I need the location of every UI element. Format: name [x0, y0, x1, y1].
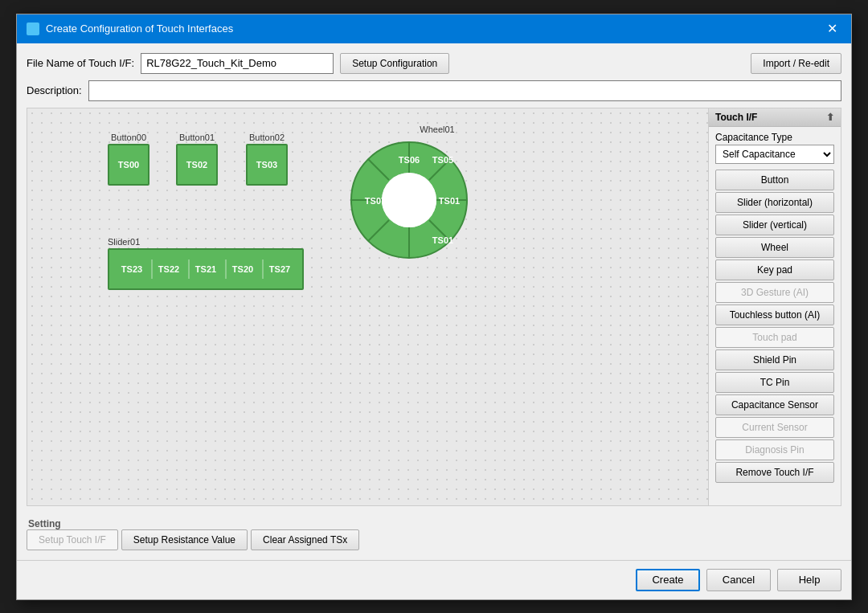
ts05-label: TS05	[432, 155, 453, 165]
capacitance-select[interactable]: Self Capacitance Mutual Capacitance	[715, 145, 834, 164]
setting-buttons: Setup Touch I/F Setup Resistance Value C…	[27, 529, 841, 550]
button02-group: Button02 TS03	[246, 133, 288, 186]
dialog-body: File Name of Touch I/F: Setup Configurat…	[17, 43, 851, 560]
ts27-button[interactable]: TS27	[262, 253, 297, 285]
close-button[interactable]: ✕	[822, 19, 841, 39]
panel-button-slider-h[interactable]: Slider (horizontal)	[715, 192, 834, 213]
capacitance-label: Capacitance Type	[709, 127, 841, 145]
title-bar-left: Create Configuration of Touch Interfaces	[27, 22, 233, 35]
remove-touch-if-button[interactable]: Remove Touch I/F	[715, 462, 834, 483]
create-button[interactable]: Create	[636, 569, 700, 591]
slider01-row: TS23 TS22 TS21 TS20 TS27	[108, 248, 304, 290]
panel-button-touchless[interactable]: Touchless button (AI)	[715, 304, 834, 325]
dialog-icon	[27, 22, 39, 35]
setting-section: Setting Setup Touch I/F Setup Resistance…	[27, 517, 841, 550]
panel-button-button[interactable]: Button	[715, 170, 834, 190]
button01-group: Button01 TS02	[176, 133, 218, 186]
setup-resistance-button[interactable]: Setup Resistance Value	[121, 529, 248, 550]
import-reedit-button[interactable]: Import / Re-edit	[751, 53, 841, 74]
right-panel-header: Touch I/F ⬆	[709, 108, 841, 127]
filename-input[interactable]	[141, 53, 334, 74]
panel-button-tc-pin[interactable]: TC Pin	[715, 372, 834, 393]
right-panel: Touch I/F ⬆ Capacitance Type Self Capaci…	[709, 108, 841, 506]
ts01-label: TS01	[439, 196, 460, 206]
button02-row: TS03	[246, 144, 288, 186]
title-bar: Create Configuration of Touch Interfaces…	[17, 14, 851, 43]
clear-assigned-button[interactable]: Clear Assigned TSx	[251, 529, 359, 550]
button00-label: Button00	[111, 133, 146, 142]
button00-group: Button00 TS00	[108, 133, 149, 186]
slider01-label: Slider01	[108, 237, 140, 247]
panel-button-current-sensor[interactable]: Current Sensor	[715, 417, 834, 438]
setup-config-button[interactable]: Setup Configuration	[340, 53, 449, 74]
slider01-group: Slider01 TS23 TS22 TS21 TS20 TS27	[108, 237, 304, 290]
panel-button-shield[interactable]: Shield Pin	[715, 349, 834, 370]
ts00-button[interactable]: TS00	[108, 144, 149, 186]
panel-scroll[interactable]: Capacitance Type Self Capacitance Mutual…	[709, 127, 841, 505]
panel-button-wheel[interactable]: Wheel	[715, 237, 834, 258]
ts20-button[interactable]: TS20	[225, 253, 260, 285]
touch-canvas[interactable]: Button00 TS00 Button01 TS02 Button02	[27, 108, 709, 506]
help-button[interactable]: Help	[777, 569, 841, 591]
filename-row: File Name of Touch I/F: Setup Configurat…	[27, 53, 841, 74]
ts02-button[interactable]: TS02	[176, 144, 218, 186]
description-row: Description:	[27, 80, 841, 101]
panel-button-keypad[interactable]: Key pad	[715, 260, 834, 280]
panel-button-cap-sensor[interactable]: Capacitance Sensor	[715, 394, 834, 415]
wheel01-label: Wheel01	[420, 125, 454, 134]
panel-button-3d-gesture[interactable]: 3D Gesture (AI)	[715, 282, 834, 303]
description-label: Description:	[27, 84, 82, 96]
button00-row: TS00	[108, 144, 149, 186]
main-content: Button00 TS00 Button01 TS02 Button02	[27, 108, 841, 506]
ts03-button[interactable]: TS03	[246, 144, 288, 186]
bottom-bar: Create Cancel Help	[17, 560, 851, 599]
ts22-button[interactable]: TS22	[151, 253, 186, 285]
collapse-icon[interactable]: ⬆	[826, 112, 834, 123]
button02-label: Button02	[249, 133, 285, 142]
ts01b-label: TS01	[432, 235, 453, 245]
filename-label: File Name of Touch I/F:	[27, 57, 134, 69]
panel-button-diagnosis[interactable]: Diagnosis Pin	[715, 439, 834, 460]
dialog-title: Create Configuration of Touch Interfaces	[46, 22, 233, 35]
right-panel-title: Touch I/F	[715, 112, 757, 123]
button01-row: TS02	[176, 144, 218, 186]
button01-label: Button01	[179, 133, 215, 142]
ts21-button[interactable]: TS21	[188, 253, 223, 285]
wheel01-svg[interactable]: TS06 TS05 TS01 TS07 TS01	[345, 136, 473, 264]
ts23-button[interactable]: TS23	[114, 253, 149, 285]
wheel01-group: Wheel01	[345, 125, 473, 264]
cancel-button[interactable]: Cancel	[706, 569, 771, 591]
ts06-label: TS06	[399, 155, 420, 165]
setup-touch-if-button[interactable]: Setup Touch I/F	[27, 529, 118, 550]
ts07-label: TS07	[365, 196, 386, 206]
panel-button-slider-v[interactable]: Slider (vertical)	[715, 215, 834, 235]
svg-point-11	[382, 173, 436, 227]
panel-button-touchpad[interactable]: Touch pad	[715, 327, 834, 348]
description-input[interactable]	[88, 80, 841, 101]
main-dialog: Create Configuration of Touch Interfaces…	[16, 14, 852, 600]
